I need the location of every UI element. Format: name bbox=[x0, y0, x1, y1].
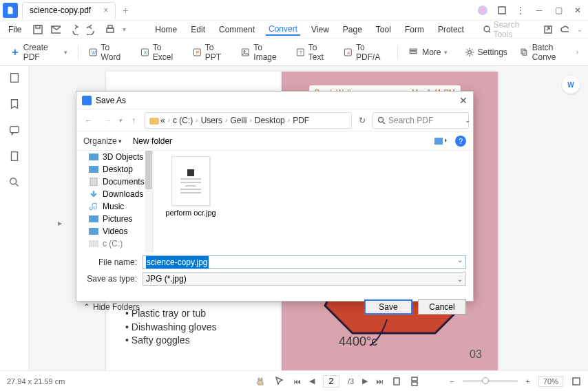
tree-item-3d-objects[interactable]: 3D Objects bbox=[76, 151, 153, 163]
select-tool-icon[interactable] bbox=[274, 376, 285, 387]
refresh-button[interactable]: ↻ bbox=[355, 113, 370, 128]
qat-dropdown-icon[interactable]: ▾ bbox=[123, 25, 126, 33]
minimize-button[interactable]: ─ bbox=[534, 6, 544, 15]
dialog-title: Save As bbox=[96, 96, 126, 105]
tree-item-drive-c[interactable]: c (C:) bbox=[76, 237, 153, 250]
tree-item-music[interactable]: Music bbox=[76, 200, 153, 213]
more-button[interactable]: More ▾ bbox=[404, 44, 451, 61]
tree-scrollbar[interactable] bbox=[145, 151, 153, 253]
mail-icon[interactable] bbox=[51, 24, 61, 35]
organize-button[interactable]: Organize ▾ bbox=[83, 136, 122, 146]
tree-item-videos[interactable]: Videos bbox=[76, 225, 153, 237]
first-page-button[interactable]: ⏮ bbox=[293, 377, 301, 385]
file-menu[interactable]: File bbox=[6, 23, 24, 36]
view-options-button[interactable] bbox=[434, 136, 447, 146]
hand-tool-icon[interactable] bbox=[255, 376, 266, 387]
files-pane[interactable]: perform ocr.jpg bbox=[154, 151, 473, 253]
close-tab-icon[interactable]: × bbox=[103, 6, 108, 15]
page-number-label: 03 bbox=[470, 348, 482, 361]
cancel-button[interactable]: Cancel bbox=[418, 299, 466, 315]
saveastype-select[interactable]: JPG (*.jpg) ⌄ bbox=[143, 272, 466, 286]
save-button[interactable]: Save bbox=[364, 299, 412, 315]
tree-item-pictures[interactable]: Pictures bbox=[76, 213, 153, 225]
document-tab[interactable]: science-copy.pdf × bbox=[22, 2, 116, 19]
file-item[interactable]: perform ocr.jpg bbox=[163, 156, 218, 217]
fit-page-icon[interactable] bbox=[571, 377, 581, 386]
zoom-in-button[interactable]: + bbox=[526, 377, 530, 385]
attachment-icon[interactable] bbox=[8, 150, 21, 162]
to-word-button[interactable]: W To Word bbox=[85, 40, 132, 65]
breadcrumb-dropdown-icon[interactable]: ⌄ bbox=[465, 116, 470, 124]
settings-button[interactable]: Settings bbox=[460, 44, 512, 61]
svg-rect-38 bbox=[394, 378, 399, 385]
zoom-out-button[interactable]: − bbox=[450, 377, 454, 385]
close-window-button[interactable]: ✕ bbox=[573, 6, 582, 15]
svg-rect-35 bbox=[89, 215, 98, 222]
kebab-menu-icon[interactable]: ⋮ bbox=[516, 6, 525, 15]
dialog-close-button[interactable]: ✕ bbox=[459, 95, 468, 106]
next-page-button[interactable]: ▶ bbox=[362, 377, 368, 385]
last-page-button[interactable]: ⏭ bbox=[376, 377, 384, 385]
comment-icon[interactable] bbox=[8, 124, 21, 136]
menu-protect[interactable]: Protect bbox=[435, 23, 467, 36]
single-page-icon[interactable] bbox=[392, 377, 401, 386]
menu-view[interactable]: View bbox=[308, 23, 332, 36]
menu-comment[interactable]: Comment bbox=[216, 23, 258, 36]
help-icon[interactable]: ? bbox=[455, 136, 466, 147]
filename-input[interactable]: science-copy.jpg ⌄ bbox=[143, 255, 466, 269]
filename-dropdown-icon[interactable]: ⌄ bbox=[457, 256, 463, 264]
expand-panel-icon[interactable]: ▸ bbox=[58, 218, 63, 228]
to-excel-button[interactable]: X To Excel bbox=[136, 40, 185, 65]
zoom-slider[interactable] bbox=[463, 380, 518, 382]
create-pdf-button[interactable]: + Create PDF ▾ bbox=[6, 40, 72, 65]
cloud-icon[interactable] bbox=[560, 25, 569, 34]
folder-icon bbox=[149, 116, 159, 125]
menu-form[interactable]: Form bbox=[402, 23, 427, 36]
bookmark-icon[interactable] bbox=[8, 98, 21, 110]
new-folder-button[interactable]: New folder bbox=[133, 136, 172, 146]
save-icon[interactable] bbox=[32, 24, 42, 35]
word-badge-icon[interactable]: W bbox=[562, 76, 580, 94]
continuous-page-icon[interactable] bbox=[410, 377, 419, 386]
menu-edit[interactable]: Edit bbox=[188, 23, 208, 36]
zoom-level[interactable]: 70% bbox=[538, 376, 563, 387]
batch-convert-button[interactable]: Batch Conve › bbox=[516, 40, 582, 65]
chevron-down-icon[interactable]: ⌄ bbox=[577, 25, 582, 33]
account-icon[interactable] bbox=[478, 6, 487, 15]
undo-icon[interactable] bbox=[69, 24, 78, 35]
to-pdfa-button[interactable]: A To PDF/A bbox=[339, 40, 391, 65]
prev-page-button[interactable]: ◀ bbox=[309, 377, 315, 385]
tree-item-documents[interactable]: Documents bbox=[76, 176, 153, 188]
print-icon[interactable] bbox=[105, 24, 114, 35]
menu-convert[interactable]: Convert bbox=[266, 23, 300, 36]
svg-rect-36 bbox=[89, 228, 98, 235]
saveastype-dropdown-icon[interactable]: ⌄ bbox=[457, 275, 463, 283]
to-text-button[interactable]: T To Text bbox=[292, 40, 335, 65]
breadcrumb[interactable]: «› c (C:)› Users› Geili› Desktop› PDF ⌄ bbox=[145, 112, 352, 129]
page-input[interactable] bbox=[323, 375, 339, 388]
nav-up-button[interactable]: ↑ bbox=[125, 112, 142, 129]
search-folder-input[interactable]: Search PDF bbox=[372, 112, 469, 129]
to-image-button[interactable]: To Image bbox=[237, 40, 287, 65]
to-ppt-button[interactable]: P To PPT bbox=[189, 40, 233, 65]
svg-rect-4 bbox=[107, 28, 114, 32]
search-panel-icon[interactable] bbox=[8, 176, 21, 189]
page-total: /3 bbox=[348, 377, 354, 385]
menu-home[interactable]: Home bbox=[152, 23, 180, 36]
recent-dropdown-icon[interactable]: ▾ bbox=[119, 117, 123, 124]
share-icon[interactable] bbox=[543, 25, 552, 34]
tree-item-downloads[interactable]: Downloads bbox=[76, 188, 153, 200]
thumbnails-icon[interactable] bbox=[8, 72, 21, 84]
tree-item-desktop[interactable]: Desktop bbox=[76, 163, 153, 176]
redo-icon[interactable] bbox=[87, 24, 96, 35]
nav-forward-button[interactable]: → bbox=[100, 112, 116, 129]
notification-icon[interactable] bbox=[497, 6, 507, 15]
nav-back-button[interactable]: ← bbox=[81, 112, 97, 129]
svg-rect-32 bbox=[89, 154, 98, 160]
menu-tool[interactable]: Tool bbox=[373, 23, 394, 36]
menu-page[interactable]: Page bbox=[340, 23, 365, 36]
maximize-button[interactable]: ▢ bbox=[554, 6, 563, 15]
hide-folders-button[interactable]: ⌃ Hide Folders bbox=[83, 302, 140, 312]
add-tab-button[interactable]: + bbox=[123, 5, 128, 16]
search-tools[interactable]: Search Tools bbox=[483, 20, 535, 39]
